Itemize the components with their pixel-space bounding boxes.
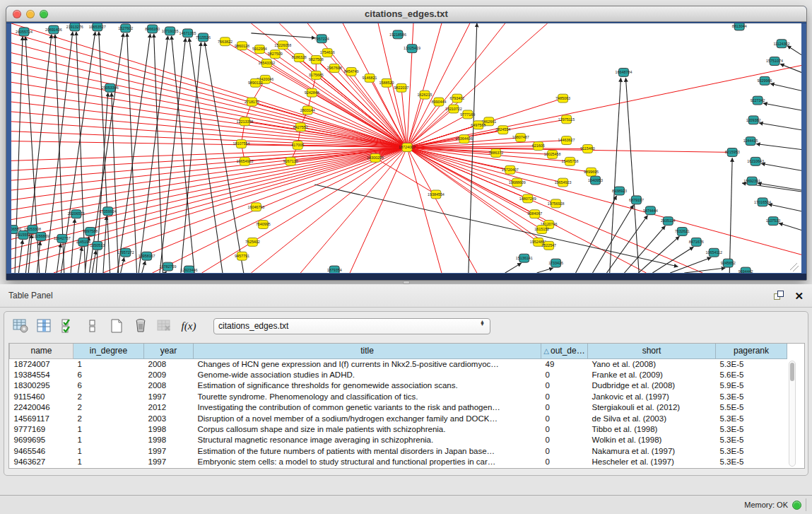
citation-edge-red[interactable] [375, 158, 436, 194]
table-row[interactable]: 2242004622012Investigating the contribut… [10, 402, 787, 413]
graph-node[interactable]: 1879354 [327, 266, 342, 273]
citation-edge-black[interactable] [141, 261, 146, 273]
table-settings-button[interactable] [11, 317, 30, 335]
citation-edge-black[interactable] [505, 263, 522, 273]
graph-node[interactable]: 7957224 [314, 35, 329, 43]
table-row[interactable]: 1872400712008Changes of HCN gene express… [10, 358, 787, 369]
citation-edge-black[interactable] [537, 268, 553, 273]
graph-node[interactable]: 9827508 [309, 56, 324, 64]
graph-node[interactable]: 11124302 [773, 40, 789, 48]
graph-node[interactable]: 7640995 [256, 221, 271, 229]
graph-node[interactable]: 10025458 [544, 150, 561, 158]
graph-node[interactable]: 1733426 [548, 259, 563, 267]
citation-edge-black[interactable] [120, 257, 124, 273]
graph-node[interactable]: 621605 [532, 142, 545, 151]
new-column-button[interactable] [107, 317, 126, 335]
graph-node[interactable]: 24055724 [16, 28, 33, 36]
graph-node[interactable]: 1640953 [588, 176, 603, 185]
graph-node[interactable]: 18107554 [233, 140, 249, 148]
citation-edge-black[interactable] [314, 185, 678, 267]
citation-edge-black[interactable] [57, 243, 61, 273]
column-header-year[interactable]: year [144, 344, 194, 358]
citation-edge-red[interactable] [407, 148, 542, 230]
graph-node[interactable]: 8938923 [612, 187, 627, 195]
graph-node[interactable]: 1588520 [379, 78, 394, 87]
column-header-pagerank[interactable]: pagerank [716, 344, 787, 358]
graph-node[interactable]: 19654923 [555, 178, 572, 187]
citation-edge-red[interactable] [11, 148, 407, 250]
graph-node[interactable]: 6497568 [471, 121, 486, 129]
column-header-out_de[interactable]: △out_de… [541, 344, 588, 358]
delete-column-button[interactable] [131, 317, 150, 335]
graph-node[interactable]: 13325419 [404, 45, 420, 53]
graph-node[interactable]: 1626215 [417, 90, 432, 99]
graph-node[interactable]: 9084067 [527, 210, 542, 218]
citation-edge-black[interactable] [89, 33, 124, 273]
citation-edge-red[interactable] [245, 122, 407, 148]
graph-node[interactable]: 7485063 [555, 94, 570, 103]
graph-node[interactable]: 8813044 [732, 23, 747, 30]
graph-node[interactable]: 1209382 [746, 116, 761, 124]
citation-edge-black[interactable] [779, 223, 801, 230]
citation-edge-black[interactable] [763, 103, 801, 110]
citation-edge-black[interactable] [787, 46, 801, 55]
graph-node[interactable]: 9097588 [83, 228, 98, 236]
graph-node[interactable]: 1754616 [320, 49, 335, 57]
graph-node[interactable]: 2935114 [661, 217, 676, 226]
graph-node[interactable]: 9245652 [721, 259, 736, 267]
graph-node[interactable]: 8990444 [431, 98, 446, 106]
citation-edge-black[interactable] [756, 144, 801, 150]
graph-node[interactable]: 2967608 [327, 64, 342, 73]
graph-node[interactable]: 15495758 [562, 157, 579, 165]
memory-ok-indicator[interactable] [792, 501, 801, 510]
graph-node[interactable]: 9694442 [739, 267, 753, 273]
graph-node[interactable]: 1350513 [90, 241, 105, 250]
graph-node[interactable]: 7625402 [245, 238, 260, 246]
graph-node[interactable]: 9457791 [235, 252, 249, 260]
graph-node[interactable]: 1145194 [76, 238, 91, 246]
graph-node[interactable]: 417006 [291, 141, 304, 150]
graph-node[interactable]: 10654112 [705, 248, 722, 257]
citation-edge-black[interactable] [37, 241, 40, 273]
citation-edge-black[interactable] [652, 247, 693, 273]
close-panel-icon[interactable]: ✕ [794, 291, 804, 301]
graph-node[interactable]: 15136141 [516, 254, 533, 262]
graph-node[interactable]: 18807249 [519, 194, 536, 203]
graph-node[interactable]: 15720407 [502, 165, 519, 174]
graph-node[interactable]: 15226058 [274, 41, 291, 49]
graph-node[interactable]: 9146821 [363, 74, 377, 82]
graph-node[interactable]: 9115460 [580, 145, 595, 153]
select-all-button[interactable] [59, 317, 78, 335]
scrollbar-thumb[interactable] [790, 363, 794, 381]
graph-node[interactable]: 10958167 [139, 252, 155, 260]
citation-edge-red[interactable] [11, 148, 407, 240]
graph-node[interactable]: 19384554 [428, 190, 445, 199]
table-source-select[interactable]: citations_edges.txt ▲▼ [213, 318, 490, 334]
table-row[interactable]: 1938455462009Genome-wide association stu… [10, 369, 787, 380]
float-panel-icon[interactable] [774, 291, 784, 301]
graph-node[interactable]: 1615152 [534, 226, 549, 234]
graph-node[interactable]: 9474444 [643, 206, 658, 215]
minimize-window-button[interactable] [26, 10, 35, 18]
citation-edge-red[interactable] [251, 148, 407, 273]
graph-node[interactable]: 1244415 [743, 137, 758, 146]
citation-edge-black[interactable] [76, 32, 86, 273]
graph-node[interactable]: 2803144 [300, 106, 315, 115]
graph-node[interactable]: 3175685 [309, 71, 324, 79]
table-row[interactable]: 1830029562008Estimation of significance … [10, 380, 787, 391]
graph-node[interactable]: 9329966 [758, 76, 772, 85]
graph-node[interactable]: 20691406 [45, 25, 62, 34]
graph-node[interactable]: 21913276 [66, 23, 83, 31]
graph-node[interactable]: 16648784 [615, 68, 632, 76]
graph-node[interactable]: 9777169 [460, 110, 475, 119]
column-header-name[interactable]: name [10, 344, 73, 358]
citation-edge-black[interactable] [761, 163, 801, 170]
citation-graph[interactable]: 2405572420691406219132761065352715276028… [11, 23, 801, 273]
citation-edge-red[interactable] [407, 23, 470, 148]
graph-node[interactable]: 8454749 [344, 67, 359, 76]
graph-node[interactable]: 7632621 [675, 228, 690, 236]
clear-selection-button[interactable] [83, 317, 102, 335]
citation-edge-red[interactable] [255, 83, 407, 147]
citation-edge-black[interactable] [770, 83, 801, 90]
citation-edge-red[interactable] [266, 64, 407, 148]
